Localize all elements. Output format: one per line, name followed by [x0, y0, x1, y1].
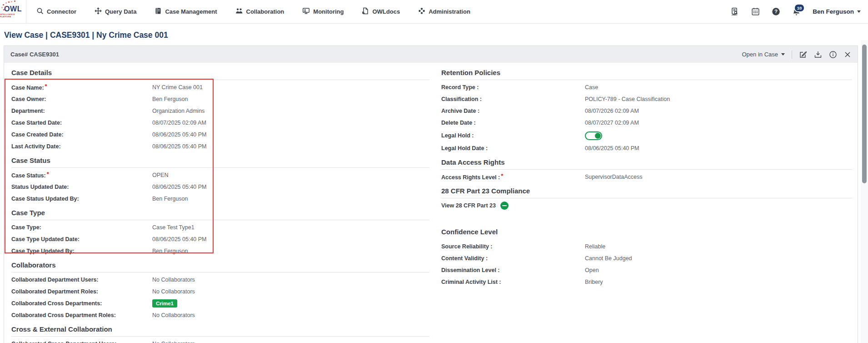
panel-body: Case Details Case Name:* NY Crime Case 0…	[4, 63, 858, 343]
nav-item-collaboration[interactable]: Collaboration	[235, 7, 284, 16]
nav-item-owldocs[interactable]: OWLdocs	[362, 7, 400, 16]
nav-item-label: OWLdocs	[372, 8, 400, 15]
field-row-content-validity: Content Validity : Cannot Be Judged	[441, 252, 852, 264]
field-value: Open	[585, 267, 599, 273]
nav-item-administration[interactable]: Administration	[418, 7, 470, 16]
user-menu[interactable]: Ben Ferguson	[813, 8, 861, 15]
field-label: Case Name:*	[11, 84, 152, 91]
section-heading-cross-external: Cross & External Collaboration	[11, 321, 429, 337]
title-bar: View Case | CASE9301 | Ny Crime Case 001	[0, 24, 868, 46]
collapse-minus-icon[interactable]	[500, 202, 509, 210]
divider	[792, 50, 792, 59]
edit-icon[interactable]	[799, 50, 807, 59]
field-label: Case Type Updated Date:	[11, 236, 152, 242]
field-row-view-cfr: View 28 CFR Part 23	[441, 200, 852, 212]
required-mark: *	[47, 171, 49, 177]
calendar-icon[interactable]	[751, 7, 760, 16]
field-label: Access Rights Level :*	[441, 174, 585, 181]
field-row-collab-cross-departments: Collaborated Cross Departments: Crime1	[11, 298, 429, 309]
close-icon[interactable]	[844, 51, 851, 58]
field-row-case-owner: Case Owner: Ben Ferguson	[11, 93, 429, 105]
required-mark: *	[45, 83, 47, 90]
field-label: Collaborated Department Users:	[11, 277, 152, 283]
notification-count-badge: 10	[794, 4, 805, 12]
open-in-case-dropdown[interactable]: Open in Case	[742, 51, 785, 58]
field-label: Collaborated Department Roles:	[11, 288, 152, 295]
nav-item-case-management[interactable]: Case Management	[155, 7, 217, 16]
field-label: Case Owner:	[11, 96, 152, 102]
field-value: 08/07/2025 02:09 AM	[152, 120, 206, 126]
case-number: Case# CASE9301	[10, 51, 59, 58]
nav-item-connector[interactable]: Connector	[36, 7, 76, 16]
field-value: SupervisorDataAccess	[585, 174, 642, 180]
section-heading-retention: Retention Policies	[441, 63, 852, 80]
field-value: Case Test Type1	[152, 224, 195, 231]
field-label: Content Validity :	[441, 255, 585, 262]
chevron-down-icon	[781, 53, 785, 55]
field-value: Ben Ferguson	[152, 196, 188, 202]
field-label: Collaborated Cross Departments:	[11, 300, 152, 307]
nav-item-label: Monitoring	[313, 8, 344, 15]
field-row-collab-dept-users: Collaborated Department Users: No Collab…	[11, 274, 429, 286]
notifications-bell-icon[interactable]: 10	[792, 7, 801, 16]
field-value: Cannot Be Judged	[585, 255, 632, 262]
field-row-case-started-date: Case Started Date: 08/07/2025 02:09 AM	[11, 117, 429, 129]
section-heading-cfr: 28 CFR Part 23 Compliance	[441, 183, 852, 198]
admin-icon	[418, 7, 425, 16]
nav-item-label: Case Management	[165, 8, 217, 15]
vertical-scrollbar[interactable]	[861, 40, 868, 343]
nav-item-monitoring[interactable]: Monitoring	[302, 7, 344, 16]
left-column: Case Details Case Name:* NY Crime Case 0…	[11, 63, 429, 343]
field-value: No Collaborators	[152, 277, 195, 283]
field-label: Case Type:	[11, 224, 152, 231]
section-heading-data-access: Data Access Rights	[441, 154, 852, 170]
field-value: Reliable	[585, 243, 605, 250]
help-icon[interactable]: ?	[772, 7, 780, 16]
legal-hold-toggle[interactable]	[585, 131, 602, 140]
field-value: Organization Admins	[152, 108, 205, 114]
field-label: Status Updated Date:	[11, 184, 152, 190]
field-row-classification: Classification : POLICY-789 - Case Class…	[441, 93, 852, 105]
field-label: Collaborated Cross-Department Users:	[11, 341, 152, 343]
field-value: 08/06/2025 05:40 PM	[585, 145, 639, 151]
field-row-access-rights-level: Access Rights Level :* SupervisorDataAcc…	[441, 171, 852, 183]
nav-item-label: Administration	[429, 8, 470, 15]
field-value: No Collaborators	[152, 312, 195, 318]
field-row-status-updated-by: Case Status Updated By: Ben Ferguson	[11, 193, 429, 205]
audit-report-icon[interactable]	[730, 7, 739, 16]
required-mark: *	[501, 172, 503, 179]
field-label: Case Status:*	[11, 172, 152, 179]
field-label: Delete Date :	[441, 120, 585, 126]
field-row-dissemination-level: Dissemination Level : Open	[441, 264, 852, 276]
field-label: Dissemination Level :	[441, 267, 585, 273]
field-row-case-type-updated-by: Case Type Updated By: Ben Ferguson	[11, 245, 429, 257]
nav-item-query-data[interactable]: Query Data	[95, 7, 136, 16]
section-heading-case-details: Case Details	[11, 63, 429, 80]
field-row-collab-cross-dept-roles: Collaborated Cross Department Roles: No …	[11, 309, 429, 321]
section-heading-case-type: Case Type	[11, 205, 429, 220]
owl-logo[interactable]: OWL INTELLIGENCE PLATFORM	[0, 0, 26, 23]
scrollbar-thumb[interactable]	[862, 45, 867, 183]
field-row-legal-hold-date: Legal Hold Date : 08/06/2025 05:40 PM	[441, 142, 852, 154]
user-name: Ben Ferguson	[813, 8, 854, 15]
field-row-collab-dept-roles: Collaborated Department Roles: No Collab…	[11, 286, 429, 298]
field-label: Department:	[11, 108, 152, 114]
field-label: Record Type :	[441, 84, 585, 91]
field-row-criminal-activity-list: Criminal Activity List : Bribery	[441, 276, 852, 288]
nav-menu: Connector Query Data Case Management Col…	[36, 0, 470, 23]
export-icon[interactable]	[814, 50, 822, 59]
field-value: 08/06/2025 05:40 PM	[152, 184, 207, 190]
info-icon[interactable]	[829, 50, 837, 59]
search-icon	[36, 7, 44, 16]
logo-text: OWL	[4, 5, 22, 13]
field-row-case-name: Case Name:* NY Crime Case 001	[11, 81, 429, 93]
section-heading-collaborators: Collaborators	[11, 257, 429, 272]
chevron-down-icon	[857, 10, 861, 13]
toggle-knob	[595, 133, 601, 139]
field-value: 08/07/2026 02:09 AM	[585, 108, 639, 114]
field-value: No Collaborators	[152, 341, 195, 343]
field-value: 08/06/2025 05:40 PM	[152, 236, 207, 242]
field-label: Case Status Updated By:	[11, 196, 152, 202]
field-value: Case	[585, 84, 598, 91]
panel-header: Case# CASE9301 Open in Case	[4, 46, 858, 63]
